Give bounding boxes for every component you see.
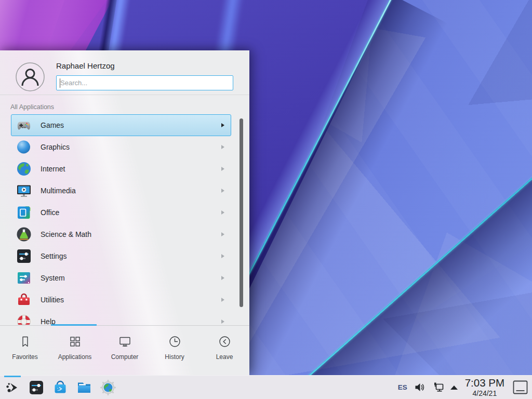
tab-label: History <box>165 353 184 361</box>
tab-applications[interactable]: Applications <box>50 326 100 375</box>
help-icon <box>16 313 32 325</box>
submenu-arrow-icon <box>221 123 224 127</box>
web-browser-button[interactable] <box>96 376 120 399</box>
system-settings-button[interactable] <box>24 376 48 399</box>
discover-button[interactable] <box>48 376 72 399</box>
submenu-arrow-icon <box>221 232 224 236</box>
tab-history[interactable]: History <box>150 326 200 375</box>
tab-computer[interactable]: Computer <box>100 326 150 375</box>
tab-label: Computer <box>111 353 139 361</box>
tab-label: Leave <box>216 353 233 361</box>
application-launcher-button[interactable] <box>1 376 24 399</box>
tab-leave[interactable]: Leave <box>200 326 249 375</box>
menu-item-label: Help <box>41 317 56 325</box>
leave-icon <box>218 335 232 349</box>
applications-icon <box>68 335 82 349</box>
desktop: Raphael Hertzog All Applications <box>0 0 532 399</box>
divider <box>0 95 249 95</box>
menu-item-label: Office <box>41 208 59 217</box>
menu-item-utilities[interactable]: Utilities <box>11 289 231 311</box>
graphics-icon <box>16 139 32 155</box>
launcher-header: Raphael Hertzog <box>0 50 249 95</box>
menu-item-games[interactable]: Games <box>11 114 231 136</box>
scrollbar-thumb[interactable] <box>240 118 243 307</box>
tab-label: Favorites <box>12 353 37 361</box>
application-launcher-menu: Raphael Hertzog All Applications <box>0 50 249 375</box>
clock-date: 4/24/21 <box>465 390 504 397</box>
search-input[interactable] <box>57 76 233 90</box>
menu-item-settings[interactable]: Settings <box>11 245 231 267</box>
menu-item-system[interactable]: System <box>11 267 231 289</box>
internet-icon <box>16 161 32 177</box>
expand-tray-caret-icon[interactable] <box>450 385 458 390</box>
tab-label: Applications <box>58 353 92 361</box>
user-name: Raphael Hertzog <box>56 61 115 70</box>
submenu-arrow-icon <box>221 189 224 193</box>
favorites-icon <box>18 335 32 349</box>
menu-item-office[interactable]: Office <box>11 202 231 223</box>
search-box <box>56 75 233 90</box>
utilities-icon <box>16 291 32 308</box>
history-icon <box>168 335 182 349</box>
file-manager-icon <box>76 379 92 396</box>
system-tray: ES 7:03 PM 4/24/21 <box>398 376 532 399</box>
taskbar-launchers <box>0 376 120 399</box>
menu-item-label: Games <box>41 121 64 129</box>
submenu-arrow-icon <box>221 167 224 171</box>
menu-item-label: Settings <box>41 252 67 260</box>
menu-item-help[interactable]: Help <box>11 311 231 325</box>
multimedia-icon <box>16 182 32 199</box>
launcher-tab-bar: Favorites Applications Computer <box>0 326 249 375</box>
submenu-arrow-icon <box>221 320 224 324</box>
submenu-arrow-icon <box>221 276 224 280</box>
tab-favorites[interactable]: Favorites <box>0 326 50 375</box>
office-icon <box>16 204 32 221</box>
system-icon <box>16 270 32 286</box>
menu-item-label: Graphics <box>41 143 70 151</box>
menu-item-label: System <box>41 274 65 282</box>
network-icon[interactable] <box>432 382 444 393</box>
user-avatar-icon[interactable] <box>16 62 45 91</box>
menu-item-label: Science & Math <box>41 230 91 238</box>
active-task-indicator <box>4 376 21 377</box>
volume-icon[interactable] <box>414 382 425 393</box>
show-desktop-widget[interactable] <box>513 380 528 394</box>
submenu-arrow-icon <box>221 254 224 258</box>
menu-item-label: Utilities <box>41 296 64 304</box>
submenu-arrow-icon <box>221 298 224 302</box>
keyboard-layout-indicator[interactable]: ES <box>398 383 407 391</box>
discover-icon <box>52 379 69 396</box>
clock-time: 7:03 PM <box>465 378 504 389</box>
system-settings-icon <box>28 379 45 396</box>
menu-item-label: Internet <box>41 165 65 173</box>
science-math-icon <box>16 226 32 243</box>
settings-icon <box>16 248 32 264</box>
submenu-arrow-icon <box>221 145 224 149</box>
menu-item-internet[interactable]: Internet <box>11 158 231 180</box>
menu-item-multimedia[interactable]: Multimedia <box>11 180 231 202</box>
computer-icon <box>118 335 132 349</box>
games-icon <box>16 117 32 134</box>
taskbar: ES 7:03 PM 4/24/21 <box>0 375 532 399</box>
kde-launcher-icon <box>4 379 21 396</box>
menu-item-label: Multimedia <box>41 187 76 195</box>
file-manager-button[interactable] <box>72 376 96 399</box>
menu-item-graphics[interactable]: Graphics <box>11 136 231 158</box>
section-label: All Applications <box>10 103 54 111</box>
web-browser-icon <box>100 379 116 396</box>
category-list: Games Graphics <box>11 114 231 325</box>
submenu-arrow-icon <box>221 210 224 215</box>
menu-item-science-math[interactable]: Science & Math <box>11 223 231 245</box>
digital-clock[interactable]: 7:03 PM 4/24/21 <box>465 378 504 397</box>
